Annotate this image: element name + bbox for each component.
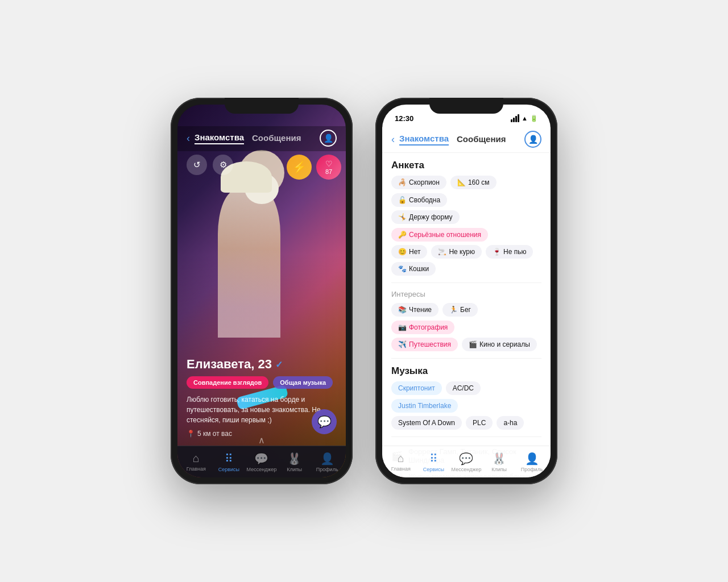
messenger-label-right: Мессенджер (452, 467, 482, 472)
nav-profile-right[interactable]: 👤 Профиль (515, 452, 548, 472)
battery-icon-right: 🔋 (530, 115, 538, 122)
boost-button[interactable]: ⚡ (287, 155, 312, 180)
divider-3 (391, 436, 541, 437)
tag-justin: Justin Timberlake (391, 399, 458, 413)
services-label: Сервисы (218, 467, 239, 472)
nav-bar: ‹ Знакомства Сообщения 👤 (177, 126, 346, 151)
tab-dating[interactable]: Знакомства (195, 132, 244, 144)
clips-label: Клипы (287, 467, 302, 472)
tag-reading: 📚 Чтение (391, 303, 439, 317)
refresh-button[interactable]: ↺ (187, 155, 207, 175)
signal-bar-r4 (518, 114, 519, 122)
tag-running: 🏃 Бег (442, 303, 478, 317)
tag-alcohol: 🍷 Не пью (486, 245, 533, 259)
match-tags: Совпадение взглядов Общая музыка (187, 376, 337, 389)
nav-messenger[interactable]: 💬 Мессенджер (245, 452, 278, 472)
tab-dating-right[interactable]: Знакомства (399, 134, 449, 146)
interests-title: Интересы (391, 290, 541, 298)
clips-icon: 🐰 (287, 452, 301, 465)
status-icons-right: ▲ 🔋 (511, 114, 538, 122)
nav-profile[interactable]: 👤 Профиль (311, 452, 344, 472)
bottom-nav-left: ⌂ Главная ⠿ Сервисы 💬 Мессенджер 🐰 Клипы… (177, 446, 346, 477)
left-phone: 12:30 ▲ 🔋 ‹ Знакомства Сообщения (171, 98, 353, 484)
notch-right (429, 98, 503, 114)
chat-button[interactable]: 💬 (312, 409, 337, 434)
tag-children: 😊 Нет (391, 245, 427, 259)
nav-home-right[interactable]: ⌂ Главная (384, 452, 417, 472)
profile-detail-content: Анкета 🦂 Скорпион 📐 160 см 🔓 Свободна 🤸 … (382, 153, 551, 477)
divider-1 (391, 282, 541, 283)
interests-row1: 📚 Чтение 🏃 Бег 📷 Фотография (391, 303, 541, 334)
nav-clips-right[interactable]: 🐰 Клипы (483, 452, 516, 472)
profile-nav-label-right: Профиль (521, 467, 543, 472)
profile-icon-button-right[interactable]: 👤 (524, 131, 541, 148)
tab-messages-right[interactable]: Сообщения (457, 134, 506, 145)
nav-services-right[interactable]: ⠿ Сервисы (417, 452, 450, 472)
tag-relationship: 🔑 Серьёзные отношения (391, 228, 488, 242)
messenger-label: Мессенджер (247, 467, 277, 472)
time-right: 12:30 (395, 114, 413, 123)
signal-bar-r1 (511, 119, 512, 122)
nav-home[interactable]: ⌂ Главная (180, 452, 213, 472)
tag-pets: 🐾 Кошки (391, 262, 436, 276)
anketa-tags-row3: 😊 Нет 🚬 Не курю 🍷 Не пью (391, 245, 541, 259)
signal-bars-right (511, 114, 519, 122)
divider-2 (391, 358, 541, 359)
tag-fitness: 🤸 Держу форму (391, 210, 460, 224)
likes-count: 87 (325, 168, 332, 175)
tag-aha: a-ha (497, 416, 524, 430)
anketa-tags-row2: 🤸 Держу форму 🔑 Серьёзные отношения (391, 210, 541, 242)
interests-row2: ✈️ Путешествия 🎬 Кино и сериалы (391, 338, 541, 351)
profile-icon-button[interactable]: 👤 (320, 130, 337, 147)
boost-icon: ⚡ (292, 160, 307, 174)
messenger-icon: 💬 (254, 452, 268, 465)
filter-button[interactable]: ⚙ (213, 155, 233, 175)
profile-name: Елизавета, 23 ✓ (187, 357, 337, 372)
music-row1: Скриптонит AC/DC Justin Timberlake (391, 381, 541, 413)
services-label-right: Сервисы (423, 467, 444, 472)
tag-cinema: 🎬 Кино и сериалы (462, 338, 537, 351)
likes-button[interactable]: ♡ 87 (316, 155, 341, 180)
nav-messenger-right[interactable]: 💬 Мессенджер (450, 452, 483, 472)
heart-icon: ♡ (325, 159, 333, 168)
clips-icon-right: 🐰 (492, 452, 506, 465)
back-button-right[interactable]: ‹ (391, 134, 395, 146)
verified-icon: ✓ (275, 359, 283, 370)
music-title: Музыка (391, 365, 541, 377)
anketa-tags-row4: 🐾 Кошки (391, 262, 541, 276)
right-phone: 12:30 ▲ 🔋 ‹ Знакомства Сообщения (375, 98, 557, 484)
tag-height: 📐 160 см (450, 176, 497, 189)
right-screen: 12:30 ▲ 🔋 ‹ Знакомства Сообщения (382, 105, 551, 477)
home-label: Главная (187, 466, 206, 472)
bottom-nav-right: ⌂ Главная ⠿ Сервисы 💬 Мессенджер 🐰 Клипы… (382, 446, 551, 477)
profile-icon: 👤 (324, 134, 333, 143)
left-screen: 12:30 ▲ 🔋 ‹ Знакомства Сообщения (177, 105, 346, 477)
home-icon-right: ⌂ (398, 452, 404, 465)
anketa-tags-row: 🦂 Скорпион 📐 160 см 🔓 Свободна (391, 176, 541, 207)
tag-soad: System Of A Down (391, 416, 462, 430)
wifi-icon-right: ▲ (522, 115, 528, 122)
tag-travel: ✈️ Путешествия (391, 338, 458, 351)
nav-clips[interactable]: 🐰 Клипы (278, 452, 311, 472)
location-icon: 📍 (187, 430, 195, 438)
music-tag: Общая музыка (273, 376, 333, 389)
chat-icon: 💬 (317, 415, 332, 429)
nav-services[interactable]: ⠿ Сервисы (213, 452, 246, 472)
profile-nav-icon-right: 👤 (525, 452, 539, 465)
home-icon: ⌂ (193, 452, 200, 465)
profile-name-text: Елизавета, 23 (187, 357, 272, 372)
swipe-indicator: ∧ (258, 435, 265, 446)
refresh-icon: ↺ (193, 160, 201, 170)
photo-controls: ↺ ⚙ (187, 155, 233, 175)
nav-bar-right: ‹ Знакомства Сообщения 👤 (382, 127, 551, 153)
tag-plc: PLC (466, 416, 493, 430)
music-row2: System Of A Down PLC a-ha (391, 416, 541, 430)
tab-messages[interactable]: Сообщения (252, 133, 301, 144)
anketa-title: Анкета (391, 160, 541, 171)
home-label-right: Главная (391, 466, 411, 472)
clips-label-right: Клипы (491, 467, 507, 472)
tag-smoking: 🚬 Не курю (431, 245, 482, 259)
tag-skriptonit: Скриптонит (391, 381, 442, 395)
back-button[interactable]: ‹ (187, 132, 190, 144)
profile-icon-right: 👤 (528, 135, 538, 144)
